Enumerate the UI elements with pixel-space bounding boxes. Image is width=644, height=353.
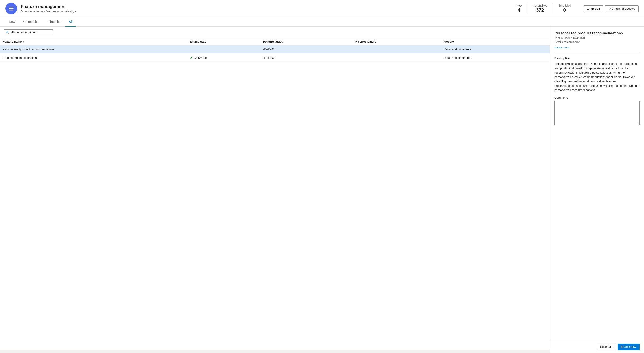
search-bar: 🔍: [0, 27, 550, 38]
cell-feature-added: 4/24/2020: [260, 53, 352, 62]
stats-group: New 4 Not enabled 372 Scheduled 0: [511, 3, 576, 14]
table-row[interactable]: Personalized product recommendations4/24…: [0, 45, 550, 53]
comments-textarea[interactable]: [554, 101, 640, 125]
description-text: Personalization allows the system to ass…: [554, 62, 640, 92]
cell-feature-added: 4/24/2020: [260, 45, 352, 53]
stat-not-enabled: Not enabled 372: [527, 3, 553, 14]
cell-module: Retail and commerce: [441, 45, 550, 53]
stat-not-enabled-label: Not enabled: [533, 4, 547, 7]
header: Feature management Do not enable new fea…: [0, 0, 644, 17]
refresh-icon: ↻: [608, 7, 612, 10]
comments-label: Comments: [554, 96, 640, 99]
horizontal-scrollbar[interactable]: [0, 350, 550, 353]
stat-scheduled: Scheduled 0: [553, 3, 576, 14]
check-updates-button[interactable]: ↻ Check for updates: [605, 5, 638, 12]
cell-module: Retail and commerce: [441, 53, 550, 62]
stat-new-value: 4: [516, 7, 522, 13]
app-logo: [6, 3, 17, 14]
table-row[interactable]: Product recommendations✔ 8/14/20204/24/2…: [0, 53, 550, 62]
tab-scheduled[interactable]: Scheduled: [43, 17, 65, 27]
detail-added-date: Feature added 4/24/2020: [554, 36, 640, 40]
stat-new: New 4: [511, 3, 527, 14]
subtitle-text: Do not enable new features automatically: [21, 10, 74, 13]
chevron-down-icon: ▾: [75, 10, 76, 13]
detail-footer: Schedule Enable now: [550, 341, 644, 353]
stat-new-label: New: [516, 4, 522, 7]
search-input[interactable]: [11, 31, 51, 34]
tab-all[interactable]: All: [65, 17, 76, 27]
learn-more-link[interactable]: Learn more: [554, 46, 569, 49]
detail-content: Personalized product recommendations Fea…: [550, 27, 644, 341]
feature-table: Feature name ↑ Enable date Feature added…: [0, 38, 550, 62]
svg-rect-1: [9, 8, 14, 9]
stat-scheduled-label: Scheduled: [558, 4, 571, 7]
tab-new[interactable]: New: [6, 17, 19, 27]
page-title: Feature management: [21, 4, 507, 9]
header-subtitle[interactable]: Do not enable new features automatically…: [21, 10, 507, 13]
description-heading: Description: [554, 56, 640, 60]
tabs-bar: New Not enabled Scheduled All: [0, 17, 644, 27]
tab-not-enabled[interactable]: Not enabled: [19, 17, 43, 27]
right-panel: Personalized product recommendations Fea…: [550, 27, 644, 353]
col-module[interactable]: Module: [441, 38, 550, 45]
feature-table-wrap: Feature name ↑ Enable date Feature added…: [0, 38, 550, 350]
search-icon: 🔍: [6, 30, 10, 34]
cell-feature-name: Personalized product recommendations: [0, 45, 187, 53]
col-feature-name[interactable]: Feature name ↑: [0, 38, 187, 45]
schedule-button[interactable]: Schedule: [597, 344, 616, 350]
stat-not-enabled-value: 372: [533, 7, 547, 13]
table-header-row: Feature name ↑ Enable date Feature added…: [0, 38, 550, 45]
sort-asc-icon: ↑: [23, 40, 24, 43]
check-icon: ✔: [190, 56, 194, 60]
sort-desc-icon: ↓: [284, 40, 286, 43]
enable-all-button[interactable]: Enable all: [584, 5, 603, 12]
enable-now-button[interactable]: Enable now: [618, 344, 640, 350]
svg-rect-2: [9, 10, 14, 10]
col-enable-date[interactable]: Enable date: [187, 38, 260, 45]
col-preview-feature[interactable]: Preview feature: [352, 38, 441, 45]
cell-enable-date: ✔ 8/14/2020: [187, 53, 260, 62]
header-actions: Enable all ↻ Check for updates: [584, 5, 638, 12]
header-title-group: Feature management Do not enable new fea…: [21, 4, 507, 13]
cell-feature-name: Product recommendations: [0, 53, 187, 62]
detail-title: Personalized product recommendations: [554, 31, 640, 35]
detail-module: Retail and commerce: [554, 40, 640, 44]
cell-preview-feature: [352, 45, 441, 53]
search-input-wrap: 🔍: [4, 29, 53, 35]
svg-rect-0: [9, 7, 14, 7]
divider-1: [554, 53, 640, 53]
cell-preview-feature: [352, 53, 441, 62]
col-feature-added[interactable]: Feature added ↓: [260, 38, 352, 45]
left-panel: 🔍 Feature name ↑ Enable date: [0, 27, 550, 353]
cell-enable-date: [187, 45, 260, 53]
stat-scheduled-value: 0: [558, 7, 571, 13]
main-layout: 🔍 Feature name ↑ Enable date: [0, 27, 644, 353]
